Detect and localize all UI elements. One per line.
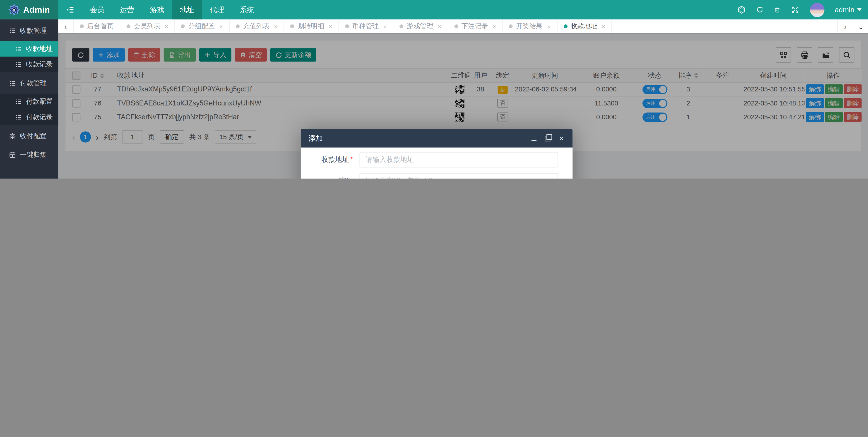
secret-input[interactable] xyxy=(360,173,558,178)
list-icon xyxy=(9,80,16,87)
tab-dot xyxy=(345,25,349,28)
close-tab-icon[interactable]: × xyxy=(438,23,442,30)
minimize-icon[interactable] xyxy=(530,135,537,142)
sidebar-item-payment-mgmt[interactable]: 付款管理 xyxy=(0,76,58,91)
sidebar-item-collection-mgmt[interactable]: 收款管理 xyxy=(0,23,58,38)
close-icon[interactable]: ✕ xyxy=(558,135,565,142)
tab-currency-mgmt[interactable]: 币种管理× xyxy=(339,20,393,33)
sidebar-item-payment-config[interactable]: 付款配置 xyxy=(0,94,58,109)
tab-collection-address[interactable]: 收款地址× xyxy=(557,20,612,33)
list-icon xyxy=(15,45,22,53)
app-root: Admin 会员运营游戏地址代理系统 admin 收款管理收款地址收款记录付款管… xyxy=(0,0,868,178)
tabs-scroll-right-button[interactable]: › xyxy=(837,20,853,33)
fullscreen-icon[interactable] xyxy=(791,6,799,14)
tab-dot xyxy=(509,25,513,28)
avatar[interactable] xyxy=(810,2,824,17)
tab-recharge-list[interactable]: 充值列表× xyxy=(229,20,284,33)
nav-item-members[interactable]: 会员 xyxy=(82,0,112,20)
tab-transfer-detail[interactable]: 划转明细× xyxy=(284,20,339,33)
tabs-scroll-left-button[interactable]: ‹ xyxy=(58,20,74,33)
brand-logo-icon xyxy=(8,4,20,15)
tab-dot xyxy=(181,25,185,28)
close-tab-icon[interactable]: × xyxy=(602,23,605,30)
nav-item-games[interactable]: 游戏 xyxy=(142,0,172,20)
sidebar-item-collection-address[interactable]: 收款地址 xyxy=(0,41,58,57)
dialog-title: 添加 xyxy=(308,133,323,143)
dialog-titlebar: 添加 ✕ xyxy=(301,129,573,147)
tab-bet-records[interactable]: 下注记录× xyxy=(448,20,503,33)
close-tab-icon[interactable]: × xyxy=(329,23,332,30)
close-tab-icon[interactable]: × xyxy=(274,23,278,30)
tab-lottery-results[interactable]: 开奖结果× xyxy=(503,20,557,33)
close-tab-icon[interactable]: × xyxy=(493,23,496,30)
tab-member-list[interactable]: 会员列表× xyxy=(121,20,175,33)
nav-item-operations[interactable]: 运营 xyxy=(112,0,142,20)
close-tab-icon[interactable]: × xyxy=(547,23,551,30)
close-tab-icon[interactable]: × xyxy=(165,23,168,30)
tab-dot xyxy=(290,25,294,28)
tab-home[interactable]: 后台首页 xyxy=(74,20,121,33)
username: admin xyxy=(835,6,855,14)
sidebar-item-collection-records[interactable]: 收款记录 xyxy=(0,57,58,72)
navbar-right: admin xyxy=(737,0,868,20)
tab-dot xyxy=(563,25,567,28)
add-dialog: 添加 ✕ 收款地址* 密钥 类型 TRX USDT xyxy=(301,129,573,178)
user-menu[interactable]: admin xyxy=(835,6,862,14)
nav-item-system[interactable]: 系统 xyxy=(232,0,262,20)
tab-dot xyxy=(127,25,130,28)
brand-text: Admin xyxy=(23,5,50,14)
collapse-menu-icon[interactable] xyxy=(58,0,82,20)
refresh-icon[interactable] xyxy=(756,6,763,13)
list-icon xyxy=(15,113,22,121)
sidebar-item-payment-records[interactable]: 付款记录 xyxy=(0,109,58,125)
list-icon xyxy=(15,61,22,68)
tab-dot xyxy=(236,25,240,28)
close-tab-icon[interactable]: × xyxy=(219,23,223,30)
list-icon xyxy=(9,27,16,34)
sidebar-item-one-key-collect[interactable]: 一键归集 xyxy=(0,147,58,163)
list-icon xyxy=(15,98,22,105)
nav-item-address[interactable]: 地址 xyxy=(172,0,202,20)
trash-icon[interactable] xyxy=(774,6,780,13)
tab-dot xyxy=(400,25,403,28)
tab-game-mgmt[interactable]: 游戏管理× xyxy=(394,20,448,33)
calendar-icon xyxy=(9,152,16,159)
dialog-form: 收款地址* 密钥 类型 TRX USDT 状态 启用 禁用 xyxy=(301,147,573,178)
address-input[interactable] xyxy=(360,152,558,167)
tab-dot xyxy=(454,25,458,28)
chevron-down-icon xyxy=(857,8,862,11)
tab-bar: ‹ 后台首页会员列表×分组配置×充值列表×划转明细×币种管理×游戏管理×下注记录… xyxy=(58,20,868,34)
tab-dot xyxy=(80,25,84,28)
required-asterisk: * xyxy=(350,156,353,163)
sidebar-item-pay-config[interactable]: 收付配置 xyxy=(0,129,58,143)
sidebar: 收款管理收款地址收款记录付款管理付款配置付款记录收付配置一键归集 xyxy=(0,20,58,178)
brand: Admin xyxy=(0,0,58,20)
top-navbar: Admin 会员运营游戏地址代理系统 admin xyxy=(0,0,868,20)
nav-item-agents[interactable]: 代理 xyxy=(202,0,232,20)
maximize-icon[interactable] xyxy=(544,135,551,142)
tabs-menu-button[interactable]: ⌄ xyxy=(853,20,868,33)
hexagon-icon[interactable] xyxy=(737,6,745,14)
close-tab-icon[interactable]: × xyxy=(383,23,387,30)
gear-icon xyxy=(9,133,16,140)
tab-group-config[interactable]: 分组配置× xyxy=(175,20,229,33)
main-menu: 会员运营游戏地址代理系统 xyxy=(82,0,262,20)
